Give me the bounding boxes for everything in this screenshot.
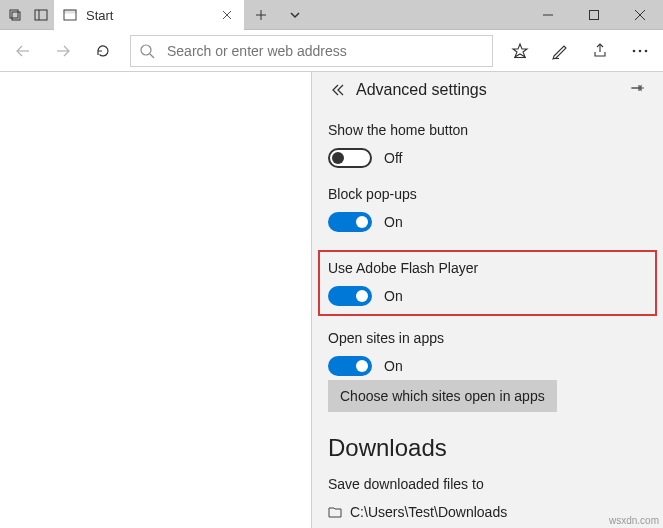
svg-rect-11 — [590, 11, 599, 20]
back-button[interactable] — [4, 33, 42, 69]
setting-label: Show the home button — [328, 122, 647, 138]
tab-actions-dropdown[interactable] — [278, 0, 312, 30]
svg-rect-0 — [10, 10, 18, 18]
svg-rect-1 — [12, 12, 20, 20]
choose-sites-button[interactable]: Choose which sites open in apps — [328, 380, 557, 412]
svg-point-23 — [645, 49, 648, 52]
titlebar-left — [0, 0, 54, 29]
forward-button[interactable] — [44, 33, 82, 69]
share-button[interactable] — [581, 33, 619, 69]
browser-tab[interactable]: Start — [54, 0, 244, 30]
content-area: Advanced settings Show the home button O… — [0, 72, 663, 528]
maximize-button[interactable] — [571, 0, 617, 30]
panel-header: Advanced settings — [312, 72, 663, 108]
set-aside-tabs-icon[interactable] — [28, 0, 54, 30]
setting-label: Use Adobe Flash Player — [328, 260, 647, 276]
setting-label: Block pop-ups — [328, 186, 647, 202]
toggle-switch[interactable] — [328, 356, 372, 376]
tab-title: Start — [86, 8, 218, 23]
downloads-path-row: C:\Users\Test\Downloads — [328, 504, 647, 520]
address-input[interactable] — [165, 42, 484, 60]
favorites-button[interactable] — [501, 33, 539, 69]
search-icon — [139, 43, 155, 59]
toggle-home-button[interactable]: Off — [328, 148, 647, 168]
window-controls — [525, 0, 663, 29]
toggle-switch[interactable] — [328, 148, 372, 168]
setting-label: Open sites in apps — [328, 330, 647, 346]
tab-favicon-icon — [62, 7, 78, 23]
window-titlebar: Start — [0, 0, 663, 30]
close-window-button[interactable] — [617, 0, 663, 30]
advanced-settings-panel[interactable]: Advanced settings Show the home button O… — [311, 72, 663, 528]
svg-rect-5 — [64, 10, 76, 13]
setting-open-in-apps: Open sites in apps On Choose which sites… — [328, 330, 647, 412]
notes-button[interactable] — [541, 33, 579, 69]
downloads-save-label: Save downloaded files to — [328, 476, 647, 492]
tab-preview-icon[interactable] — [2, 0, 28, 30]
svg-marker-18 — [513, 44, 527, 57]
folder-icon — [328, 505, 342, 519]
panel-pin-button[interactable] — [619, 72, 655, 108]
address-bar[interactable] — [130, 35, 493, 67]
toggle-open-in-apps[interactable]: On — [328, 356, 647, 376]
toggle-value: On — [384, 288, 403, 304]
titlebar-drag-region[interactable] — [312, 0, 525, 29]
svg-point-21 — [633, 49, 636, 52]
panel-back-button[interactable] — [320, 72, 356, 108]
svg-rect-2 — [35, 10, 47, 20]
refresh-button[interactable] — [84, 33, 122, 69]
downloads-heading: Downloads — [328, 434, 647, 462]
toggle-switch[interactable] — [328, 286, 372, 306]
minimize-button[interactable] — [525, 0, 571, 30]
toggle-flash[interactable]: On — [328, 286, 647, 306]
toggle-block-popups[interactable]: On — [328, 212, 647, 232]
toggle-value: Off — [384, 150, 402, 166]
toggle-switch[interactable] — [328, 212, 372, 232]
svg-line-17 — [150, 54, 154, 58]
more-button[interactable] — [621, 33, 659, 69]
panel-body: Show the home button Off Block pop-ups O… — [312, 108, 663, 528]
toolbar — [0, 30, 663, 72]
setting-flash: Use Adobe Flash Player On — [318, 250, 657, 316]
tab-close-button[interactable] — [218, 6, 236, 24]
setting-home-button: Show the home button Off — [328, 122, 647, 168]
new-tab-button[interactable] — [244, 0, 278, 30]
svg-point-16 — [141, 45, 151, 55]
panel-title: Advanced settings — [356, 81, 619, 99]
downloads-path: C:\Users\Test\Downloads — [350, 504, 507, 520]
svg-point-22 — [639, 49, 642, 52]
toggle-value: On — [384, 358, 403, 374]
toggle-value: On — [384, 214, 403, 230]
setting-block-popups: Block pop-ups On — [328, 186, 647, 232]
page-viewport — [0, 72, 311, 528]
